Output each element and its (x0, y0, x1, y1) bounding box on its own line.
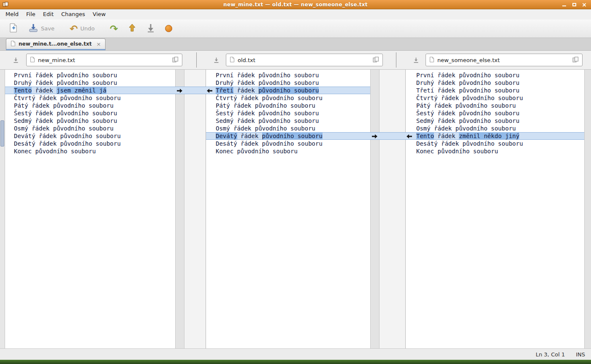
filename-entry-left[interactable]: new_mine.txt (26, 54, 182, 66)
new-file-icon (9, 23, 18, 35)
menu-view[interactable]: View (89, 9, 110, 19)
code-line: Konec původního souboru (206, 147, 370, 155)
menu-edit[interactable]: Edit (39, 9, 57, 19)
tab-label: new_mine.t...one_else.txt (19, 41, 92, 47)
menu-changes[interactable]: Changes (57, 9, 89, 19)
code-line: Sedmý řádek původního souboru (406, 117, 584, 125)
arrow-down-icon (146, 23, 155, 34)
code-line: První řádek původního souboru (206, 71, 370, 79)
file-icon (230, 57, 235, 64)
tab-bar: new_mine.t...one_else.txt × (0, 38, 591, 51)
apply-change-right-arrow[interactable] (371, 133, 378, 139)
filename-entry-middle[interactable]: old.txt (226, 54, 383, 66)
save-pane-left-icon[interactable] (13, 57, 19, 65)
code-line: Třetí řádek původního souboru (406, 87, 584, 94)
insert-mode-indicator: INS (576, 351, 585, 358)
action-gutter-middle (370, 70, 380, 348)
save-pane-right-icon[interactable] (413, 57, 419, 65)
apply-change-right-arrow[interactable] (176, 88, 183, 93)
editor-old[interactable]: První řádek původního souboruDruhý řádek… (206, 70, 370, 348)
desktop-edge (0, 360, 591, 364)
minimize-button[interactable] (561, 2, 567, 7)
code-line: Čtvrtý řádek původního souboru (206, 94, 370, 102)
redo-button[interactable]: ↷ (107, 22, 121, 35)
code-line: Osmý řádek původního souboru (206, 125, 370, 132)
code-line: Třetí řádek původního souboru (206, 87, 370, 94)
editor-new-mine[interactable]: První řádek původního souboruDruhý řádek… (5, 70, 175, 348)
diff-area: První řádek původního souboruDruhý řádek… (0, 70, 591, 348)
file-icon (30, 57, 35, 64)
save-label: Save (41, 25, 54, 32)
titlebar[interactable]: new_mine.txt — old.txt — new_someone_els… (0, 0, 591, 9)
undo-icon: ↶ (70, 24, 78, 34)
linkmap-right (380, 70, 405, 348)
toolbar: Save ↶ Undo ↷ (0, 19, 591, 38)
arrow-up-icon (128, 23, 136, 34)
apply-change-left-arrow[interactable] (406, 133, 412, 139)
code-line: První řádek původního souboru (5, 71, 175, 79)
close-button[interactable]: × (582, 2, 587, 7)
menu-meld[interactable]: Meld (2, 9, 22, 19)
code-line: Osmý řádek původního souboru (5, 125, 175, 132)
stop-button[interactable] (162, 24, 175, 33)
save-pane-middle-icon[interactable] (213, 57, 220, 65)
code-line: Konec původního souboru (406, 147, 584, 155)
code-line: Desátý řádek původního souboru (206, 140, 370, 147)
code-line: První řádek původního souboru (406, 71, 584, 79)
code-line: Čtvrtý řádek původního souboru (406, 94, 584, 102)
filename-entry-right[interactable]: new_someone_else.txt (426, 54, 583, 66)
code-line: Sedmý řádek původního souboru (206, 117, 370, 125)
save-icon (28, 23, 38, 35)
save-button[interactable]: Save (25, 22, 57, 36)
tab-close-icon[interactable]: × (96, 41, 101, 47)
left-scrollbar-track[interactable] (0, 70, 5, 348)
copy-pages-icon[interactable] (172, 57, 179, 64)
new-comparison-button[interactable] (6, 22, 21, 36)
code-line: Pátý řádek původního souboru (206, 102, 370, 109)
code-line: Šestý řádek původního souboru (5, 109, 175, 117)
cursor-position: Ln 3, Col 1 (536, 351, 565, 358)
filename-middle: old.txt (238, 57, 255, 63)
maximize-button[interactable] (572, 2, 577, 7)
undo-button[interactable]: ↶ Undo (67, 22, 98, 35)
code-line: Tento řádek jsem změnil já (5, 87, 175, 94)
menu-file[interactable]: File (22, 9, 39, 19)
file-icon (429, 57, 434, 64)
menubar: Meld File Edit Changes View (0, 9, 591, 19)
action-gutter-left (175, 70, 184, 348)
previous-change-button[interactable] (125, 22, 139, 35)
filename-left: new_mine.txt (38, 57, 75, 63)
code-line: Konec původního souboru (5, 147, 175, 155)
file-headers: new_mine.txt old.txt new_someone_else.tx… (0, 51, 591, 70)
code-line: Devátý řádek původního souboru (206, 132, 370, 140)
redo-icon: ↷ (110, 24, 118, 34)
right-scrollbar-track[interactable] (584, 70, 591, 348)
code-line: Pátý řádek původního souboru (406, 102, 584, 109)
code-line: Sedmý řádek původního souboru (5, 117, 175, 125)
left-scrollbar-thumb[interactable] (0, 120, 4, 147)
undo-label: Undo (80, 25, 95, 32)
code-line: Pátý řádek původního souboru (5, 102, 175, 109)
next-change-button[interactable] (144, 22, 158, 35)
copy-pages-icon[interactable] (572, 57, 579, 64)
code-line: Desátý řádek původního souboru (5, 140, 175, 147)
code-line: Osmý řádek původního souboru (406, 125, 584, 132)
copy-pages-icon[interactable] (373, 57, 379, 64)
filename-right: new_someone_else.txt (437, 57, 500, 63)
header-separator (396, 52, 396, 68)
orange-circle-icon (165, 25, 172, 32)
code-line: Druhý řádek původního souboru (206, 79, 370, 87)
header-separator (196, 52, 197, 68)
linkmap-left (184, 70, 206, 348)
app-icon (3, 2, 8, 7)
editor-new-someone-else[interactable]: První řádek původního souboruDruhý řádek… (405, 70, 584, 348)
code-line: Tento řádek změnil někdo jiný (406, 132, 584, 140)
tab-file-icon (11, 41, 16, 48)
code-line: Druhý řádek původního souboru (5, 79, 175, 87)
code-line: Šestý řádek původního souboru (406, 109, 584, 117)
status-bar: Ln 3, Col 1 INS (0, 348, 591, 360)
code-line: Desátý řádek původního souboru (406, 140, 584, 147)
tab-comparison[interactable]: new_mine.t...one_else.txt × (6, 38, 106, 50)
code-line: Druhý řádek původního souboru (406, 79, 584, 87)
apply-change-left-arrow[interactable] (206, 88, 213, 93)
